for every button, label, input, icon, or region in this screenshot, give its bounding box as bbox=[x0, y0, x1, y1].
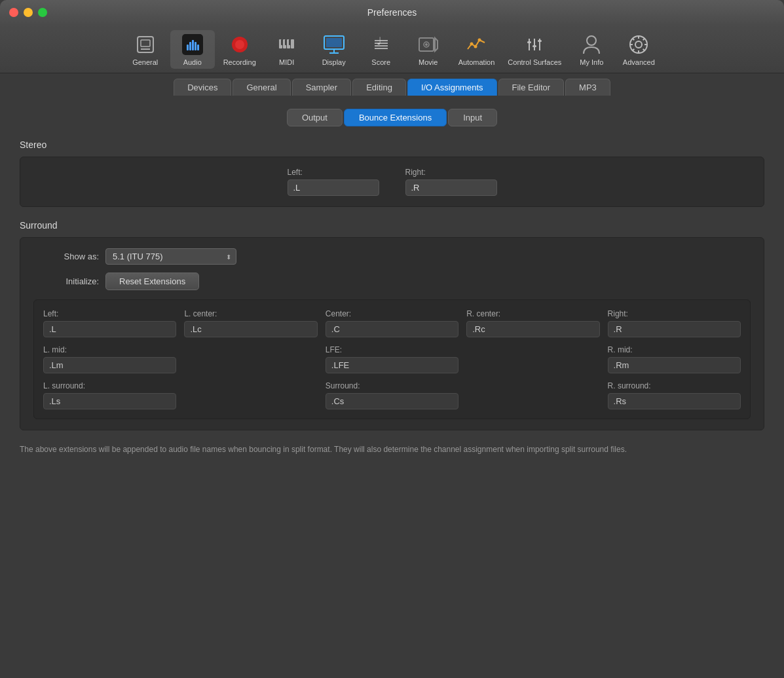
subtab-bar: Devices General Sampler Editing I/O Assi… bbox=[0, 73, 784, 96]
subtab-sampler[interactable]: Sampler bbox=[292, 79, 351, 96]
surround-rcenter-label: R. center: bbox=[466, 309, 599, 318]
surround-lfe-label: LFE: bbox=[326, 345, 458, 354]
surround-lcenter-label: L. center: bbox=[184, 309, 317, 318]
stereo-title: Stereo bbox=[20, 140, 764, 150]
surround-lsurround-field: L. surround: bbox=[43, 381, 176, 409]
toolbar-item-advanced[interactable]: Advanced bbox=[616, 30, 661, 69]
stereo-left-input[interactable] bbox=[288, 179, 379, 196]
control-surfaces-icon bbox=[523, 33, 546, 56]
svg-rect-4 bbox=[189, 42, 191, 50]
subtab-file-editor[interactable]: File Editor bbox=[498, 79, 565, 96]
stereo-row: Left: Right: bbox=[33, 168, 751, 196]
surround-rsurround-field: R. surround: bbox=[608, 381, 741, 409]
svg-rect-38 bbox=[538, 40, 542, 42]
subtab-devices[interactable]: Devices bbox=[174, 79, 231, 96]
score-icon: ♩ bbox=[369, 33, 393, 56]
surround-section: Surround Show as: 5.1 (ITU 775) 5.1 (DTS… bbox=[20, 220, 764, 430]
surround-lmid-input[interactable] bbox=[43, 357, 176, 373]
surround-rcenter-input[interactable] bbox=[466, 321, 599, 337]
automation-icon bbox=[465, 33, 489, 56]
surround-empty4 bbox=[466, 381, 599, 409]
svg-rect-6 bbox=[195, 42, 196, 50]
main-content: Output Bounce Extensions Input Stereo Le… bbox=[0, 96, 784, 678]
automation-label: Automation bbox=[458, 58, 495, 66]
tab-input[interactable]: Input bbox=[448, 109, 497, 126]
display-icon bbox=[322, 33, 346, 56]
surround-center-field: Center: bbox=[326, 309, 458, 337]
my-info-label: My Info bbox=[580, 58, 603, 66]
toolbar-item-midi[interactable]: MIDI bbox=[265, 30, 309, 69]
show-as-label: Show as: bbox=[33, 252, 99, 261]
general-label: General bbox=[132, 58, 158, 66]
surround-right-field: Right: bbox=[608, 309, 741, 337]
surround-empty3 bbox=[184, 381, 317, 409]
window-title: Preferences bbox=[367, 7, 417, 18]
close-button[interactable] bbox=[9, 8, 18, 17]
toolbar-item-movie[interactable]: Movie bbox=[406, 30, 451, 69]
svg-point-31 bbox=[474, 45, 477, 48]
surround-right-label: Right: bbox=[608, 309, 741, 318]
surround-rsurround-label: R. surround: bbox=[608, 381, 741, 390]
surround-surround-label: Surround: bbox=[326, 381, 458, 390]
inner-tabs: Output Bounce Extensions Input bbox=[20, 109, 764, 126]
surround-rcenter-field: R. center: bbox=[466, 309, 599, 337]
subtab-editing[interactable]: Editing bbox=[352, 79, 406, 96]
surround-right-input[interactable] bbox=[608, 321, 741, 337]
toolbar-item-audio[interactable]: Audio bbox=[170, 30, 215, 69]
surround-lfe-input[interactable] bbox=[326, 357, 458, 373]
toolbar-item-general[interactable]: General bbox=[123, 30, 168, 69]
toolbar-item-my-info[interactable]: My Info bbox=[569, 30, 614, 69]
surround-rmid-input[interactable] bbox=[608, 357, 741, 373]
surround-center-label: Center: bbox=[326, 309, 458, 318]
toolbar-item-display[interactable]: Display bbox=[312, 30, 356, 69]
audio-label: Audio bbox=[183, 58, 202, 66]
surround-rsurround-input[interactable] bbox=[608, 393, 741, 409]
advanced-label: Advanced bbox=[623, 58, 655, 66]
midi-label: MIDI bbox=[279, 58, 294, 66]
initialize-label: Initialize: bbox=[33, 276, 99, 286]
control-surfaces-label: Control Surfaces bbox=[508, 58, 561, 66]
tab-bounce-extensions[interactable]: Bounce Extensions bbox=[344, 109, 447, 126]
toolbar-item-score[interactable]: ♩ Score bbox=[359, 30, 403, 69]
subtab-general[interactable]: General bbox=[233, 79, 290, 96]
footer-note: The above extensions will be appended to… bbox=[20, 443, 764, 455]
subtab-io-assignments[interactable]: I/O Assignments bbox=[407, 79, 497, 96]
recording-icon bbox=[228, 33, 252, 56]
surround-lsurround-input[interactable] bbox=[43, 393, 176, 409]
svg-rect-15 bbox=[285, 39, 287, 45]
svg-text:♩: ♩ bbox=[377, 35, 382, 47]
svg-point-32 bbox=[477, 39, 481, 42]
stereo-left-label: Left: bbox=[288, 168, 379, 177]
subtab-mp3[interactable]: MP3 bbox=[565, 79, 610, 96]
reset-extensions-button[interactable]: Reset Extensions bbox=[105, 273, 199, 290]
svg-rect-18 bbox=[326, 38, 342, 47]
movie-label: Movie bbox=[419, 58, 438, 66]
score-label: Score bbox=[371, 58, 390, 66]
svg-rect-0 bbox=[138, 37, 153, 52]
surround-surround-field: Surround: bbox=[326, 381, 458, 409]
advanced-icon bbox=[627, 33, 650, 56]
svg-line-46 bbox=[633, 39, 635, 41]
svg-rect-5 bbox=[192, 40, 194, 50]
recording-label: Recording bbox=[223, 58, 256, 66]
tab-output[interactable]: Output bbox=[287, 109, 343, 126]
svg-marker-27 bbox=[435, 38, 438, 51]
surround-lcenter-input[interactable] bbox=[184, 321, 317, 337]
stereo-right-input[interactable] bbox=[405, 179, 497, 196]
maximize-button[interactable] bbox=[38, 8, 47, 17]
surround-left-input[interactable] bbox=[43, 321, 176, 337]
toolbar-item-control-surfaces[interactable]: Control Surfaces bbox=[502, 30, 567, 69]
stereo-section: Stereo Left: Right: bbox=[20, 140, 764, 207]
svg-rect-1 bbox=[141, 40, 150, 47]
minimize-button[interactable] bbox=[24, 8, 33, 17]
surround-grid: Left: L. center: Center: R. center: Righ… bbox=[33, 299, 751, 419]
svg-rect-16 bbox=[289, 39, 291, 45]
surround-lsurround-label: L. surround: bbox=[43, 381, 176, 390]
surround-center-input[interactable] bbox=[326, 321, 458, 337]
svg-point-30 bbox=[470, 43, 473, 46]
toolbar-item-automation[interactable]: Automation bbox=[453, 30, 500, 69]
surround-surround-input[interactable] bbox=[326, 393, 458, 409]
surround-title: Surround bbox=[20, 220, 764, 231]
toolbar-item-recording[interactable]: Recording bbox=[217, 30, 262, 69]
show-as-select[interactable]: 5.1 (ITU 775) 5.1 (DTS) 7.1 7.1 (SDDS) bbox=[105, 248, 236, 265]
